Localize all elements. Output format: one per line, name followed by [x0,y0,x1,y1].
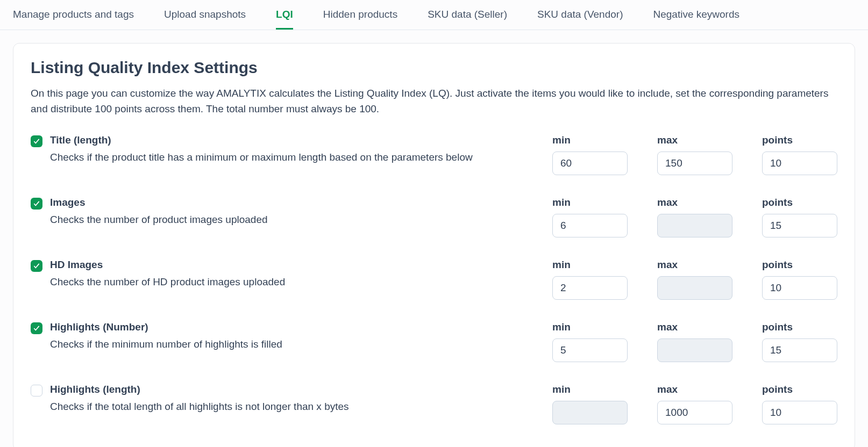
field-points: points [762,259,837,300]
field-min: min [552,259,628,300]
field-points: points [762,384,837,424]
check-icon [33,262,40,270]
field-label-points: points [762,197,837,208]
check-icon [33,138,40,145]
setting-description: Checks the number of product images uplo… [50,212,523,227]
field-label-min: min [552,321,628,333]
field-label-max: max [657,259,732,271]
setting-fields: minmaxpoints [552,197,837,237]
setting-row: Title (length)Checks if the product titl… [31,134,837,175]
tab-hidden-products[interactable]: Hidden products [323,0,397,30]
setting-row: Highlights (length)Checks if the total l… [31,384,837,424]
tab-negative-keywords[interactable]: Negative keywords [653,0,739,30]
tab-sku-data-seller-[interactable]: SKU data (Seller) [428,0,507,30]
field-label-max: max [657,197,732,208]
tab-upload-snapshots[interactable]: Upload snapshots [164,0,246,30]
tab-lqi[interactable]: LQI [276,0,293,30]
points-input[interactable] [762,338,837,362]
setting-title: Highlights (Number) [50,321,523,333]
field-max: max [657,197,732,237]
field-max: max [657,321,732,362]
setting-description: Checks if the total length of all highli… [50,399,523,414]
field-label-points: points [762,384,837,395]
field-label-min: min [552,259,628,271]
field-label-points: points [762,134,837,146]
field-max: max [657,259,732,300]
min-input[interactable] [552,214,628,237]
points-input[interactable] [762,276,837,300]
tabs-bar: Manage products and tagsUpload snapshots… [0,0,868,30]
max-input [657,214,732,237]
setting-fields: minmaxpoints [552,134,837,175]
points-input[interactable] [762,214,837,237]
check-icon [33,325,40,332]
tab-manage-products-and-tags[interactable]: Manage products and tags [13,0,134,30]
field-max: max [657,134,732,175]
field-label-min: min [552,197,628,208]
field-points: points [762,197,837,237]
setting-checkbox[interactable] [31,198,42,210]
setting-description: Checks if the minimum number of highligh… [50,336,523,352]
min-input[interactable] [552,152,628,175]
setting-fields: minmaxpoints [552,259,837,300]
min-input [552,401,628,424]
setting-text: ImagesChecks the number of product image… [50,197,545,227]
check-icon [33,200,40,207]
field-label-max: max [657,321,732,333]
field-label-max: max [657,134,732,146]
field-min: min [552,321,628,362]
tab-sku-data-vendor-[interactable]: SKU data (Vendor) [537,0,623,30]
field-label-points: points [762,259,837,271]
setting-title: HD Images [50,259,523,271]
setting-fields: minmaxpoints [552,384,837,424]
field-min: min [552,197,628,237]
field-points: points [762,134,837,175]
setting-description: Checks if the product title has a minimu… [50,149,523,165]
setting-text: Highlights (length)Checks if the total l… [50,384,545,414]
setting-row: Highlights (Number)Checks if the minimum… [31,321,837,362]
max-input[interactable] [657,401,732,424]
setting-title: Highlights (length) [50,384,523,395]
setting-fields: minmaxpoints [552,321,837,362]
field-label-max: max [657,384,732,395]
setting-checkbox[interactable] [31,260,42,272]
field-min: min [552,384,628,424]
min-input[interactable] [552,276,628,300]
setting-text: Highlights (Number)Checks if the minimum… [50,321,545,352]
setting-title: Title (length) [50,134,523,146]
setting-title: Images [50,197,523,208]
min-input[interactable] [552,338,628,362]
page-title: Listing Quality Index Settings [31,59,837,77]
field-max: max [657,384,732,424]
field-label-points: points [762,321,837,333]
setting-row: HD ImagesChecks the number of HD product… [31,259,837,300]
max-input [657,276,732,300]
max-input[interactable] [657,152,732,175]
field-label-min: min [552,384,628,395]
setting-text: HD ImagesChecks the number of HD product… [50,259,545,290]
setting-text: Title (length)Checks if the product titl… [50,134,545,165]
page-description: On this page you can customize the way A… [31,85,837,117]
setting-checkbox[interactable] [31,322,42,334]
setting-checkbox[interactable] [31,385,42,396]
lqi-settings-panel: Listing Quality Index Settings On this p… [13,43,855,447]
max-input [657,338,732,362]
field-min: min [552,134,628,175]
setting-description: Checks the number of HD product images u… [50,274,523,290]
field-points: points [762,321,837,362]
points-input[interactable] [762,152,837,175]
points-input[interactable] [762,401,837,424]
setting-row: ImagesChecks the number of product image… [31,197,837,237]
setting-checkbox[interactable] [31,135,42,147]
field-label-min: min [552,134,628,146]
